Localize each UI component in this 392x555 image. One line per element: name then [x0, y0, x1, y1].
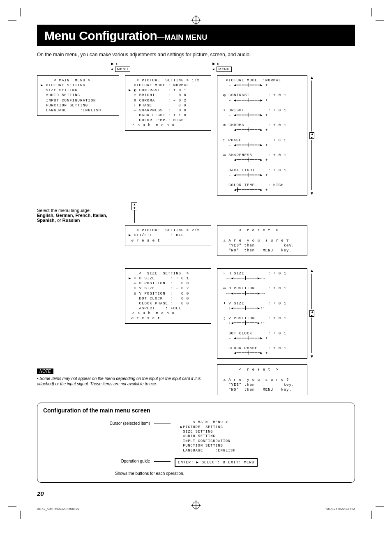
- osd-picture-p1: < PICTURE SETTING > 1/2 PICTURE MODE : N…: [125, 75, 211, 131]
- osd-mini-main: < MAIN MENU > ▶PICTURE SETTING SIZE SETT…: [175, 418, 257, 456]
- title-sub: —MAIN MENU: [157, 33, 207, 41]
- configuration-box: Configuration of the main menu screen Cu…: [37, 403, 355, 483]
- title-bar: Menu Configuration—MAIN MENU: [37, 25, 355, 46]
- note-text: • Some items may not appear on the menu …: [37, 376, 211, 387]
- osd-main-menu: < MAIN MENU > ▶ PICTURE SETTING SIZE SET…: [37, 75, 119, 116]
- footer-right: 06.4.24 5:20:32 PM: [326, 507, 355, 511]
- registration-mark-top: [192, 16, 200, 25]
- osd-picture-p2: < PICTURE SETTING > 2/2 ▶ CTI/LTI : OFF …: [125, 225, 211, 246]
- registration-mark-bottom: [192, 502, 200, 511]
- scroll-indicator-size: ▲◂▸▼: [309, 268, 315, 359]
- osd-size-sliders: ⬌ H SIZE : + 0 1 →←◀━━━━╋━━━━▶←→ ▭ H POS…: [217, 268, 307, 359]
- note-box: NOTE • Some items may not appear on the …: [37, 367, 211, 387]
- language-note: Select the menu language: English, Germa…: [37, 208, 123, 223]
- intro-text: On the main menu, you can make various a…: [37, 52, 355, 58]
- osd-reset-size: < r e s e t > ⚠ A r e y o u s u r e ? "Y…: [217, 364, 307, 395]
- menu-pill-1: MENU: [115, 67, 131, 72]
- osd-size-menu: < SIZE SETTING > ▶ ⬌ H SIZE : + 0 1 ▭ H …: [125, 268, 211, 324]
- crop-mark-bl: [8, 502, 25, 519]
- footer-left: 06-42_GM-H40L2A-f.indd 20: [37, 507, 79, 511]
- osd-picture-sliders: PICTURE MODE :NORMAL – ◀━━━━╋━━━━▶ + ◐ C…: [217, 75, 307, 196]
- nav-hint-2: ▶ ▸ ◂ MENU: [212, 62, 232, 73]
- osd-reset-picture: < r e s e t > ⚠ A r e y o u s u r e ? "Y…: [217, 225, 307, 256]
- title-main: Menu Configuration: [44, 29, 157, 42]
- scroll-indicator-picture: ▲◂▸▼: [309, 75, 315, 196]
- nav-hint-1: ▶ ▸ ◂ MENU: [111, 62, 130, 73]
- menu-pill-2: MENU: [217, 67, 232, 72]
- op-guide-sub: Shows the buttons for each operation.: [115, 471, 184, 476]
- note-label: NOTE: [37, 368, 53, 374]
- cursor-label: Cursor (selected item): [43, 418, 150, 426]
- page-number: 20: [37, 490, 355, 497]
- updown-arrow-icon: ▴▾: [131, 202, 137, 210]
- op-guide-label: Operation guide: [121, 459, 150, 463]
- configuration-title: Configuration of the main menu screen: [43, 407, 349, 414]
- crop-mark-tr: [367, 8, 384, 25]
- operation-guide: ENTER: ▶ SELECT: ⧉ EXIT: MENU: [175, 458, 258, 467]
- crop-mark-tl: [8, 8, 25, 25]
- crop-mark-br: [367, 502, 384, 519]
